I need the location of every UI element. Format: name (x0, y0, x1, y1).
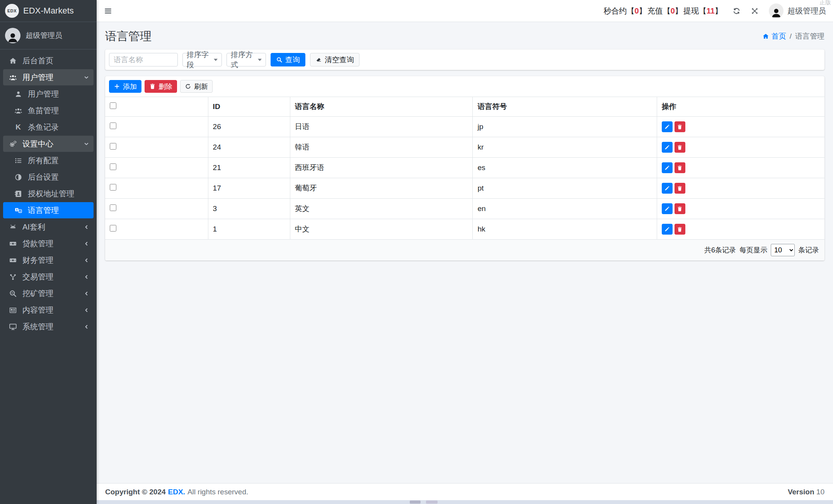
per-page-label: 每页显示 (739, 245, 767, 255)
row-checkbox[interactable] (110, 163, 116, 170)
sidebar-item-dashboard[interactable]: 后台首页 (3, 53, 94, 69)
delete-row-button[interactable] (675, 183, 685, 194)
sidebar-item-content-management[interactable]: 内容管理 (3, 302, 94, 318)
plus-icon (114, 83, 120, 90)
select-all-checkbox[interactable] (110, 102, 116, 109)
topbar-user-menu[interactable]: 超级管理员 (769, 3, 826, 18)
delete-row-button[interactable] (675, 224, 685, 235)
fullscreen-button[interactable] (751, 7, 759, 15)
sidebar-item-ai-arbitrage[interactable]: AI套利 (3, 219, 94, 235)
row-checkbox[interactable] (110, 225, 116, 232)
sort-order-select[interactable]: 排序方式 (227, 53, 266, 66)
cell-name: 日语 (290, 117, 473, 137)
cell-code: hk (473, 219, 657, 240)
arrows-expand-icon (751, 7, 759, 15)
sidebar-item-user-management[interactable]: 用户管理 (3, 69, 94, 85)
delete-button[interactable]: 删除 (145, 80, 177, 93)
per-page-select[interactable]: 10 (771, 244, 795, 256)
sidebar-item-mining-management[interactable]: 挖矿管理 (3, 285, 94, 301)
edit-button[interactable] (662, 183, 673, 194)
refresh-button[interactable]: 刷新 (180, 80, 213, 93)
sidebar-item-all-config[interactable]: 所有配置 (3, 152, 94, 169)
money-bill-icon (8, 240, 18, 248)
search-minus-icon (8, 289, 18, 298)
row-checkbox[interactable] (110, 184, 116, 191)
watermark-text: 正版 (819, 0, 831, 6)
sidebar-item-backend-settings[interactable]: 后台设置 (3, 169, 94, 185)
footer-copyright: Copyright © 2024 EDX. All rights reserve… (105, 488, 248, 496)
search-button[interactable]: 查询 (271, 53, 305, 66)
edit-button[interactable] (662, 203, 673, 214)
cell-name: 中文 (290, 219, 473, 240)
home-icon (762, 33, 769, 40)
row-checkbox[interactable] (110, 123, 116, 129)
sidebar-item-kill-records[interactable]: K 杀鱼记录 (3, 119, 94, 135)
delete-row-button[interactable] (675, 203, 685, 214)
sidebar-item-label: 用户管理 (22, 72, 53, 83)
clear-search-button[interactable]: 清空查询 (310, 53, 359, 66)
stat-deposit[interactable]: 充值【0】 (647, 6, 683, 16)
trash-icon (677, 165, 683, 171)
row-checkbox[interactable] (110, 143, 116, 150)
cell-id: 3 (208, 199, 290, 219)
sidebar-user-name: 超级管理员 (26, 31, 62, 41)
sidebar-item-fry-management[interactable]: 鱼苗管理 (3, 102, 94, 119)
sidebar-item-label: 鱼苗管理 (28, 106, 59, 116)
select-all-cell (105, 97, 208, 117)
filter-bar: 排序字段 排序方式 查询 清空查询 (105, 49, 824, 70)
sidebar-item-label: 杀鱼记录 (28, 122, 59, 133)
sidebar-item-label: 财务管理 (22, 255, 53, 266)
sidebar-item-loan-management[interactable]: 贷款管理 (3, 235, 94, 252)
pencil-icon (664, 226, 670, 232)
column-header-id: ID (208, 97, 290, 117)
trash-icon (677, 206, 683, 212)
sidebar-item-language-management[interactable]: Az 语言管理 (3, 202, 94, 218)
brand[interactable]: EDX EDX-Markets (0, 0, 97, 22)
sidebar-group-settings: 所有配置 后台设置 授权地址管理 Az (3, 152, 94, 219)
breadcrumb-home-link[interactable]: 首页 (762, 31, 786, 41)
sidebar-item-settings-center[interactable]: 设置中心 (3, 136, 94, 152)
delete-row-button[interactable] (675, 142, 685, 153)
delete-row-button[interactable] (675, 121, 685, 132)
sidebar-user-panel[interactable]: 超级管理员 (0, 22, 97, 49)
stat-withdraw[interactable]: 提现【11】 (683, 6, 722, 16)
sidebar-item-label: 贷款管理 (22, 238, 53, 249)
delete-row-button[interactable] (675, 162, 685, 173)
table-row: 17 葡萄牙 pt (105, 178, 824, 199)
table-row: 3 英文 en (105, 199, 824, 219)
row-checkbox[interactable] (110, 204, 116, 211)
sidebar-item-auth-address[interactable]: 授权地址管理 (3, 186, 94, 202)
svg-text:A: A (15, 208, 17, 211)
refresh-page-button[interactable] (732, 7, 741, 15)
sidebar-item-users[interactable]: 用户管理 (3, 86, 94, 102)
share-network-icon (8, 273, 18, 281)
edit-button[interactable] (662, 224, 673, 235)
table-toolbar: 添加 删除 刷新 (105, 76, 824, 97)
gears-icon (8, 140, 18, 148)
cell-name: 韓语 (290, 137, 473, 158)
cell-id: 21 (208, 158, 290, 178)
sidebar-item-trade-management[interactable]: 交易管理 (3, 269, 94, 285)
sidebar-item-system-management[interactable]: 系统管理 (3, 318, 94, 335)
cell-code: es (473, 158, 657, 178)
edit-button[interactable] (662, 121, 673, 132)
chevron-left-icon (83, 291, 89, 296)
user-icon (13, 90, 23, 98)
sidebar-toggle-button[interactable] (104, 7, 112, 15)
language-name-input[interactable] (109, 53, 178, 66)
sort-field-select[interactable]: 排序字段 (182, 53, 222, 66)
sidebar-item-finance-management[interactable]: 财务管理 (3, 252, 94, 268)
cell-name: 葡萄牙 (290, 178, 473, 199)
users-icon (13, 107, 23, 115)
home-icon (8, 57, 18, 65)
table-row: 24 韓语 kr (105, 137, 824, 158)
stat-seconds-contract[interactable]: 秒合约【0】 (604, 6, 647, 16)
android-icon (8, 223, 18, 231)
edit-button[interactable] (662, 162, 673, 173)
adjust-icon (13, 173, 23, 181)
cell-id: 17 (208, 178, 290, 199)
sidebar-item-label: 授权地址管理 (28, 189, 74, 199)
add-button[interactable]: 添加 (109, 80, 141, 93)
edit-button[interactable] (662, 142, 673, 153)
footer-brand-link[interactable]: EDX. (168, 488, 185, 496)
